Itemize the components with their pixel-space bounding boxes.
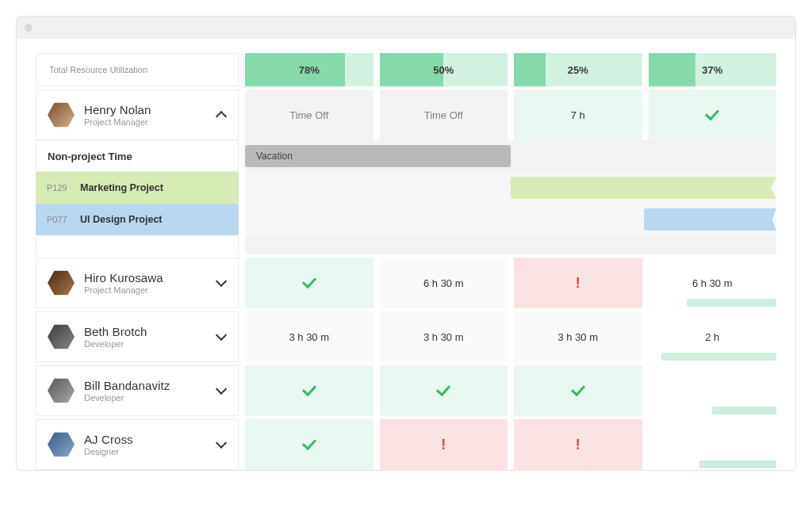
cell-alert[interactable]: ! [514, 258, 642, 308]
vacation-bar[interactable]: Vacation [245, 145, 511, 167]
person-info: Hiro Kurosawa Project Manager [84, 271, 163, 295]
utilization-percent: 37% [702, 64, 722, 76]
resource-grid: Total Resource Utilization 78% 50% 25% 3… [36, 53, 776, 470]
person-info: Beth Brotch Developer [84, 325, 147, 349]
trailing-bar [699, 460, 776, 468]
cell-empty[interactable] [649, 365, 777, 416]
cell-check[interactable] [245, 258, 373, 308]
avatar [48, 431, 75, 458]
person-info: AJ Cross Designer [84, 433, 133, 456]
chevron-down-icon [216, 330, 227, 341]
app-window: Total Resource Utilization 78% 50% 25% 3… [16, 16, 796, 471]
project-row-marketing[interactable]: P129 Marketing Project [36, 172, 239, 204]
non-project-row: Non-project Time [36, 140, 239, 172]
cell-text: Time Off [289, 109, 328, 121]
person-name: Hiro Kurosawa [84, 271, 163, 284]
utilization-col-2: 50% [380, 53, 508, 86]
person-row-hiro[interactable]: Hiro Kurosawa Project Manager [36, 258, 239, 308]
utilization-label-text: Total Resource Utilization [49, 65, 147, 74]
utilization-col-3: 25% [514, 53, 642, 86]
person-role: Designer [84, 447, 133, 456]
collapse-toggle[interactable] [214, 108, 228, 122]
checkmark-icon [571, 382, 585, 397]
cell-hours[interactable]: 2 h [649, 311, 777, 362]
vacation-label: Vacation [256, 151, 293, 162]
window-titlebar [17, 17, 795, 39]
cell-hours[interactable]: 3 h 30 m [245, 311, 373, 362]
cell-text: 3 h 30 m [557, 331, 598, 343]
cell-text: 6 h 30 m [692, 277, 733, 289]
cell-alert[interactable]: ! [514, 419, 642, 470]
person-role: Developer [84, 339, 147, 349]
person-name: Henry Nolan [84, 103, 151, 116]
cell-text: 3 h 30 m [423, 331, 464, 343]
expand-toggle[interactable] [214, 330, 228, 344]
chevron-down-icon [216, 276, 227, 287]
cell-text: 2 h [705, 331, 719, 343]
project-timeline-ui [245, 204, 776, 235]
checkmark-icon [302, 382, 316, 397]
person-role: Project Manager [84, 285, 163, 295]
utilization-bar [245, 53, 345, 86]
expand-toggle[interactable] [214, 384, 228, 398]
cell-hours[interactable]: 6 h 30 m [649, 258, 777, 308]
trailing-bar [687, 299, 776, 307]
utilization-percent: 25% [568, 64, 588, 76]
non-project-timeline: Vacation [245, 140, 776, 172]
content-area: Total Resource Utilization 78% 50% 25% 3… [17, 39, 795, 470]
window-control-dot [25, 24, 33, 32]
person-name: Beth Brotch [84, 325, 147, 338]
cell-alert[interactable]: ! [380, 419, 508, 470]
cell-check[interactable] [245, 365, 373, 416]
utilization-percent: 78% [299, 64, 320, 76]
person-row-beth[interactable]: Beth Brotch Developer [36, 311, 239, 362]
person-role: Project Manager [84, 117, 151, 127]
project-timeline-marketing [245, 172, 776, 204]
chevron-up-icon [216, 111, 227, 122]
person-row-bill[interactable]: Bill Bandanavitz Developer [36, 365, 239, 416]
cell-check[interactable] [380, 365, 508, 416]
cell-hours[interactable]: 3 h 30 m [514, 311, 642, 362]
person-info: Bill Bandanavitz Developer [84, 379, 170, 403]
checkmark-icon [436, 382, 450, 397]
chevron-down-icon [216, 437, 227, 448]
alert-icon: ! [441, 437, 446, 453]
trailing-bar [712, 406, 776, 414]
cell-hours[interactable]: 7 h [514, 90, 642, 140]
project-row-ui[interactable]: P077 UI Design Project [36, 204, 239, 235]
avatar [48, 101, 75, 128]
project-bar-ui[interactable] [644, 208, 777, 231]
checkmark-icon [302, 436, 316, 451]
avatar [48, 377, 75, 404]
cell-check[interactable] [245, 419, 373, 470]
cell-check[interactable] [649, 90, 777, 140]
alert-icon: ! [576, 275, 580, 292]
person-name: Bill Bandanavitz [84, 379, 170, 392]
project-bar-marketing[interactable] [511, 177, 776, 199]
cell-timeoff[interactable]: Time Off [245, 90, 373, 140]
cell-text: 3 h 30 m [289, 331, 329, 343]
utilization-bar [514, 53, 546, 86]
expand-toggle[interactable] [214, 276, 228, 290]
utilization-col-1: 78% [245, 53, 373, 86]
project-code: P129 [47, 183, 80, 193]
cell-timeoff[interactable]: Time Off [380, 90, 508, 140]
person-info: Henry Nolan Project Manager [84, 103, 151, 127]
cell-hours[interactable]: 3 h 30 m [380, 311, 508, 362]
person-row-henry[interactable]: Henry Nolan Project Manager [36, 90, 239, 140]
checkmark-icon [302, 274, 316, 289]
utilization-label: Total Resource Utilization [36, 53, 239, 86]
sub-spacer [36, 235, 239, 254]
cell-empty[interactable] [649, 419, 777, 470]
cell-check[interactable] [514, 365, 642, 416]
avatar [48, 269, 75, 296]
person-role: Developer [84, 393, 170, 403]
cell-text: 6 h 30 m [423, 277, 464, 289]
chevron-down-icon [216, 384, 227, 395]
project-name: UI Design Project [80, 214, 163, 225]
utilization-percent: 50% [433, 64, 454, 76]
cell-hours[interactable]: 6 h 30 m [380, 258, 508, 308]
person-row-aj[interactable]: AJ Cross Designer [36, 419, 239, 470]
person-name: AJ Cross [84, 433, 133, 446]
expand-toggle[interactable] [214, 437, 228, 452]
